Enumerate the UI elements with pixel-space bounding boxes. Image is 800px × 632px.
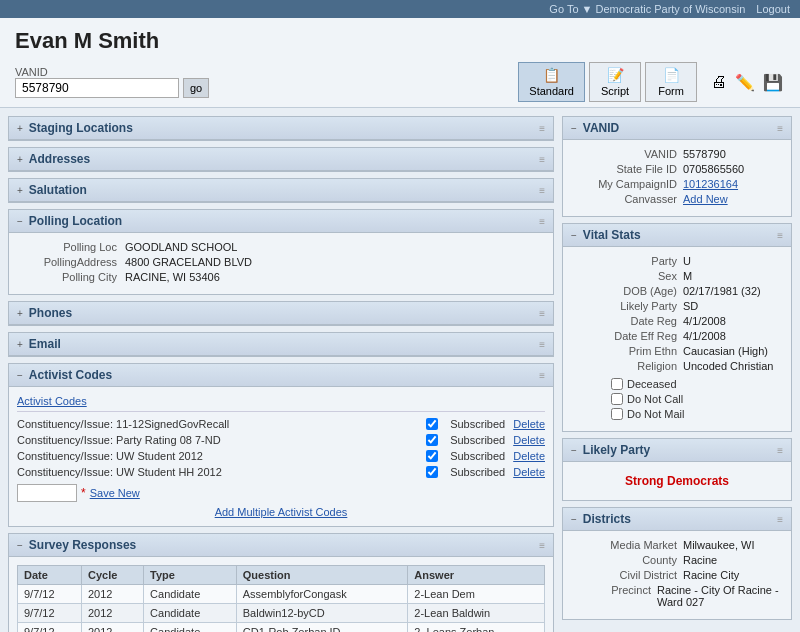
right-column: − VANID ≡ VANID 5578790 State File ID 07… [562,116,792,632]
do-not-mail-checkbox[interactable] [611,408,623,420]
d-media-market-label: Media Market [597,539,677,551]
col-answer: Answer [408,566,545,585]
addresses-header[interactable]: + Addresses ≡ [9,148,553,171]
vs-dob-row: DOB (Age) 02/17/1981 (32) [571,285,783,297]
vs-ethn-row: Prim Ethn Caucasian (High) [571,345,783,357]
activist-codes-link[interactable]: Activist Codes [17,395,87,407]
r-canvasser-label: Canvasser [597,193,677,205]
staging-drag-icon: ≡ [539,123,545,134]
org-label: Democratic Party of Wisconsin [596,3,746,15]
activist-codes-header[interactable]: − Activist Codes ≡ [9,364,553,387]
survey-row: 9/7/122012CandidateAssemblyforCongask2-L… [18,585,545,604]
vanid-panel-header[interactable]: − VANID ≡ [563,117,791,140]
script-view-button[interactable]: 📝 Script [589,62,641,102]
polling-drag-icon: ≡ [539,216,545,227]
survey-row: 9/7/122012CandidateCD1-Rob Zerban ID2. L… [18,623,545,633]
vital-stats-header[interactable]: − Vital Stats ≡ [563,224,791,247]
survey-cell-type: Candidate [144,604,237,623]
r-canvasser-row: Canvasser Add New [571,193,783,205]
vanid-input[interactable] [15,78,179,98]
ac-row-3: Constituency/Issue: UW Student HH 2012 S… [17,464,545,480]
ac-add-multiple-link[interactable]: Add Multiple Activist Codes [17,506,545,518]
survey-cell-question: Baldwin12-byCD [236,604,408,623]
salutation-header[interactable]: + Salutation ≡ [9,179,553,202]
vanid-go-button[interactable]: go [183,78,209,98]
survey-responses-panel: − Survey Responses ≡ Date Cycle Type Que… [8,533,554,632]
email-drag-icon: ≡ [539,339,545,350]
edit-button[interactable]: ✏️ [733,71,757,94]
r-campaignid-link[interactable]: 101236164 [683,178,783,190]
main-container: Evan M Smith VANID go 📋 Standard [0,18,800,632]
phones-header[interactable]: + Phones ≡ [9,302,553,325]
standard-view-button[interactable]: 📋 Standard [518,62,585,102]
survey-body: Date Cycle Type Question Answer 9/7/1220… [9,557,553,632]
ac-checkbox-1[interactable] [426,434,438,446]
r-campaignid-label: My CampaignID [597,178,677,190]
ac-checkbox-2[interactable] [426,450,438,462]
vs-likely-party-value: SD [683,300,783,312]
staging-locations-header[interactable]: + Staging Locations ≡ [9,117,553,140]
email-title: Email [29,337,61,351]
d-county-row: County Racine [571,554,783,566]
ac-row-1: Constituency/Issue: Party Rating 08 7-ND… [17,432,545,448]
r-canvasser-link[interactable]: Add New [683,193,783,205]
vs-ethn-value: Caucasian (High) [683,345,783,357]
polling-location-header[interactable]: − Polling Location ≡ [9,210,553,233]
survey-cell-cycle: 2012 [81,604,143,623]
vs-sex-value: M [683,270,783,282]
survey-cell-date: 9/7/12 [18,623,82,633]
r-campaignid-row: My CampaignID 101236164 [571,178,783,190]
addresses-drag-icon: ≡ [539,154,545,165]
goto-menu[interactable]: Go To ▼ [549,3,592,15]
addresses-toggle-icon: + [17,154,23,165]
ac-delete-3[interactable]: Delete [513,466,545,478]
ac-delete-0[interactable]: Delete [513,418,545,430]
districts-header[interactable]: − Districts ≡ [563,508,791,531]
save-button[interactable]: 💾 [761,71,785,94]
survey-toggle-icon: − [17,540,23,551]
ac-delete-2[interactable]: Delete [513,450,545,462]
ac-checkbox-0[interactable] [426,418,438,430]
survey-cell-answer: 2. Leans Zerban [408,623,545,633]
top-nav: Go To ▼ Democratic Party of Wisconsin Lo… [0,0,800,18]
staging-toggle-icon: + [17,123,23,134]
do-not-call-label: Do Not Call [627,393,683,405]
polling-loc-value: GOODLAND SCHOOL [125,241,237,253]
form-view-button[interactable]: 📄 Form [645,62,697,102]
do-not-call-checkbox[interactable] [611,393,623,405]
staging-locations-panel: + Staging Locations ≡ [8,116,554,141]
survey-cell-answer: 2-Lean Baldwin [408,604,545,623]
likely-party-header[interactable]: − Likely Party ≡ [563,439,791,462]
polling-address-label: PollingAddress [17,256,117,268]
logout-link[interactable]: Logout [756,3,790,15]
survey-cell-question: CD1-Rob Zerban ID [236,623,408,633]
col-question: Question [236,566,408,585]
survey-cell-answer: 2-Lean Dem [408,585,545,604]
email-header[interactable]: + Email ≡ [9,333,553,356]
polling-loc-label: Polling Loc [17,241,117,253]
survey-drag-icon: ≡ [539,540,545,551]
r-statefileid-value: 0705865560 [683,163,783,175]
email-toggle-icon: + [17,339,23,350]
ac-new-input[interactable] [17,484,77,502]
ac-checkbox-3[interactable] [426,466,438,478]
likely-party-drag: ≡ [777,445,783,456]
ac-delete-1[interactable]: Delete [513,434,545,446]
vanid-panel: − VANID ≡ VANID 5578790 State File ID 07… [562,116,792,217]
deceased-row: Deceased [611,378,783,390]
phones-panel: + Phones ≡ [8,301,554,326]
d-media-market-row: Media Market Milwaukee, WI [571,539,783,551]
likely-party-body: Strong Democrats [563,462,791,500]
standard-icon: 📋 [543,67,560,83]
survey-responses-header[interactable]: − Survey Responses ≡ [9,534,553,557]
vanid-panel-title: VANID [583,121,619,135]
districts-toggle: − [571,514,577,525]
vs-dateeffreg-value: 4/1/2008 [683,330,783,342]
ac-save-new-link[interactable]: Save New [90,487,140,499]
view-buttons: 📋 Standard 📝 Script 📄 Form [518,62,697,102]
polling-address-value: 4800 GRACELAND BLVD [125,256,252,268]
deceased-checkbox[interactable] [611,378,623,390]
r-vanid-value: 5578790 [683,148,783,160]
activist-codes-body: Activist Codes Constituency/Issue: 11-12… [9,387,553,526]
print-button[interactable]: 🖨 [709,71,729,94]
